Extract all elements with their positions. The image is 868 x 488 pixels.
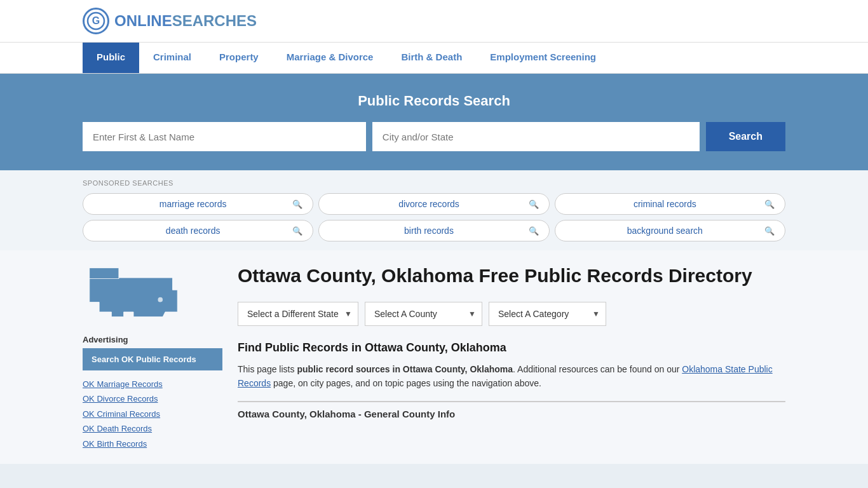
sponsored-pill[interactable]: death records🔍 xyxy=(83,220,313,241)
search-button[interactable]: Search xyxy=(706,122,785,151)
category-dropdown[interactable]: Select A Category xyxy=(489,302,606,326)
sponsored-pill[interactable]: criminal records🔍 xyxy=(555,193,785,215)
state-dropdown[interactable]: Select a Different State xyxy=(238,302,358,326)
location-input[interactable] xyxy=(372,122,700,151)
content-area: Ottawa County, Oklahoma Free Public Reco… xyxy=(238,263,785,451)
nav-item-marriage---divorce[interactable]: Marriage & Divorce xyxy=(273,43,388,73)
state-map-image xyxy=(83,263,222,329)
county-info-bar: Ottawa County, Oklahoma - General County… xyxy=(238,401,785,419)
dropdowns-row: Select a Different State ▼ Select A Coun… xyxy=(238,302,785,326)
sidebar-links: OK Marriage RecordsOK Divorce RecordsOK … xyxy=(83,377,222,451)
sidebar: Advertising Search OK Public Records OK … xyxy=(83,263,222,451)
page-title: Ottawa County, Oklahoma Free Public Reco… xyxy=(238,263,785,288)
nav-item-property[interactable]: Property xyxy=(205,43,273,73)
nav-bar: PublicCriminalPropertyMarriage & Divorce… xyxy=(0,43,868,74)
svg-text:G: G xyxy=(92,15,100,26)
advertising-label: Advertising xyxy=(83,335,222,344)
header: G ONLINESEARCHES xyxy=(0,0,868,43)
search-icon: 🔍 xyxy=(764,226,775,236)
logo-icon: G xyxy=(83,8,109,34)
hero-section: Public Records Search Search xyxy=(0,74,868,170)
nav-item-criminal[interactable]: Criminal xyxy=(139,43,205,73)
sponsored-label: SPONSORED SEARCHES xyxy=(83,179,785,187)
sidebar-link[interactable]: OK Marriage Records xyxy=(83,377,222,391)
nav-item-public[interactable]: Public xyxy=(83,43,139,73)
svg-rect-3 xyxy=(90,268,119,279)
sponsored-pill[interactable]: background search🔍 xyxy=(555,220,785,241)
sidebar-link[interactable]: OK Criminal Records xyxy=(83,407,222,421)
sponsored-section: SPONSORED SEARCHES marriage records🔍divo… xyxy=(0,170,868,250)
sponsored-pill[interactable]: birth records🔍 xyxy=(318,220,549,241)
main-section: Advertising Search OK Public Records OK … xyxy=(0,250,868,464)
svg-marker-2 xyxy=(90,278,177,317)
category-dropdown-wrapper: Select A Category ▼ xyxy=(489,302,606,326)
search-icon: 🔍 xyxy=(292,200,302,209)
sponsored-links: marriage records🔍divorce records🔍crimina… xyxy=(83,193,785,241)
find-records-title: Find Public Records in Ottawa County, Ok… xyxy=(238,341,785,355)
name-input[interactable] xyxy=(83,122,366,151)
search-icon: 🔍 xyxy=(764,200,775,209)
nav-item-birth---death[interactable]: Birth & Death xyxy=(387,43,476,73)
svg-point-4 xyxy=(158,297,163,302)
search-icon: 🔍 xyxy=(292,226,302,236)
search-icon: 🔍 xyxy=(529,200,539,209)
find-records-text: This page lists public record sources in… xyxy=(238,362,785,391)
search-icon: 🔍 xyxy=(529,226,539,236)
county-dropdown-wrapper: Select A County ▼ xyxy=(365,302,482,326)
state-dropdown-wrapper: Select a Different State ▼ xyxy=(238,302,358,326)
search-bar: Search xyxy=(83,122,785,151)
logo-text: ONLINESEARCHES xyxy=(114,12,257,30)
sidebar-link[interactable]: OK Death Records xyxy=(83,421,222,436)
hero-title: Public Records Search xyxy=(83,93,785,109)
logo-area: G ONLINESEARCHES xyxy=(83,8,257,34)
county-dropdown[interactable]: Select A County xyxy=(365,302,482,326)
sponsored-pill[interactable]: marriage records🔍 xyxy=(83,193,313,215)
search-ok-button[interactable]: Search OK Public Records xyxy=(83,348,222,370)
sponsored-pill[interactable]: divorce records🔍 xyxy=(318,193,549,215)
sidebar-link[interactable]: OK Divorce Records xyxy=(83,391,222,406)
county-info-label: Ottawa County, Oklahoma - General County… xyxy=(238,409,785,419)
nav-item-employment-screening[interactable]: Employment Screening xyxy=(476,43,610,73)
sidebar-link[interactable]: OK Birth Records xyxy=(83,437,222,451)
